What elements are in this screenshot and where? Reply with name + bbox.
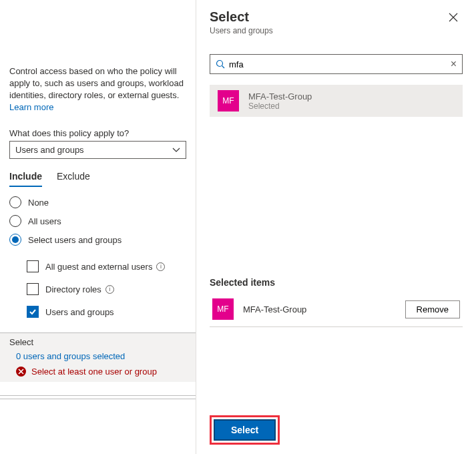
search-input[interactable] xyxy=(229,59,451,69)
search-result-item[interactable]: MF MFA-Test-Group Selected xyxy=(210,85,463,117)
check-guest-users[interactable]: All guest and external users i xyxy=(27,260,185,272)
avatar: MF xyxy=(218,90,239,111)
left-panel: Control access based on who the policy w… xyxy=(0,0,196,454)
selected-count-link[interactable]: 0 users and groups selected xyxy=(9,351,186,361)
selected-items-heading: Selected items xyxy=(210,277,463,288)
intro-text: Control access based on who the policy w… xyxy=(9,65,185,114)
tab-exclude[interactable]: Exclude xyxy=(57,171,90,187)
right-panel: Select Users and groups × MF MFA-Test-Gr… xyxy=(196,0,476,454)
search-icon xyxy=(216,59,225,69)
clear-search-icon[interactable]: × xyxy=(451,58,457,70)
svg-point-0 xyxy=(217,61,223,67)
close-icon[interactable] xyxy=(448,12,459,23)
info-icon[interactable]: i xyxy=(156,262,165,271)
checkbox-icon xyxy=(27,260,39,272)
checkbox-icon xyxy=(27,283,39,295)
search-box[interactable]: × xyxy=(210,54,463,74)
info-icon[interactable]: i xyxy=(105,285,114,294)
panel-title: Select xyxy=(210,9,273,25)
radio-select-users[interactable]: Select users and groups xyxy=(9,234,185,246)
checkbox-icon xyxy=(27,306,39,318)
selected-item-row: MF MFA-Test-Group Remove xyxy=(210,292,463,327)
highlight-annotation: Select xyxy=(210,415,280,445)
check-users-groups[interactable]: Users and groups xyxy=(27,306,185,318)
include-exclude-tabs: Include Exclude xyxy=(9,171,185,187)
select-button[interactable]: Select xyxy=(214,419,276,441)
panel-subtitle: Users and groups xyxy=(210,26,273,35)
radio-icon xyxy=(9,215,21,227)
divider xyxy=(0,395,196,399)
result-status: Selected xyxy=(248,101,312,111)
error-icon xyxy=(16,367,26,377)
apply-to-dropdown[interactable]: Users and groups xyxy=(9,141,186,159)
remove-button[interactable]: Remove xyxy=(405,300,460,318)
select-section: Select 0 users and groups selected Selec… xyxy=(0,332,196,382)
radio-all-users[interactable]: All users xyxy=(9,215,185,227)
check-directory-roles[interactable]: Directory roles i xyxy=(27,283,185,295)
radio-icon xyxy=(9,234,21,246)
learn-more-link[interactable]: Learn more xyxy=(9,102,53,112)
radio-icon xyxy=(9,196,21,208)
radio-none[interactable]: None xyxy=(9,196,185,208)
selected-item-name: MFA-Test-Group xyxy=(243,304,306,314)
tab-include[interactable]: Include xyxy=(9,171,42,187)
dropdown-value: Users and groups xyxy=(15,145,84,155)
select-title: Select xyxy=(9,337,186,347)
chevron-down-icon xyxy=(172,146,180,154)
apply-question-label: What does this policy apply to? xyxy=(9,128,185,138)
error-row: Select at least one user or group xyxy=(9,367,186,377)
result-name: MFA-Test-Group xyxy=(248,91,312,101)
avatar: MF xyxy=(212,298,234,320)
